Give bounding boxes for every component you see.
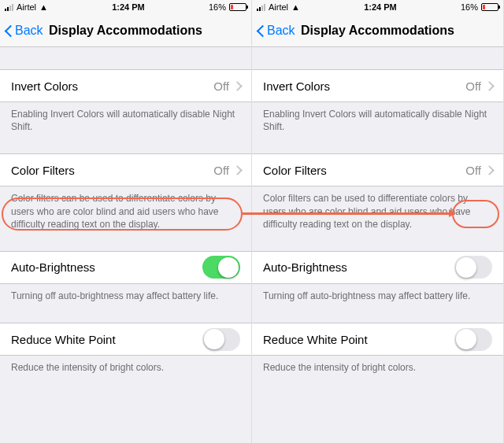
back-button[interactable]: Back: [257, 14, 295, 46]
status-bar: Airtel ▲ 1:24 PM 16%: [0, 0, 251, 14]
footer-rwp: Reduce the intensity of bright colors.: [252, 356, 503, 374]
chevron-right-icon: [234, 165, 240, 175]
row-label: Auto-Brightness: [263, 260, 454, 274]
row-invert-colors[interactable]: Invert Colors Off: [252, 69, 503, 102]
battery-percent: 16%: [209, 2, 226, 12]
chevron-right-icon: [486, 81, 492, 90]
row-auto-brightness[interactable]: Auto-Brightness: [252, 251, 503, 284]
row-label: Invert Colors: [11, 79, 213, 93]
chevron-left-icon: [5, 24, 13, 38]
back-label: Back: [267, 24, 295, 38]
battery-icon: [481, 3, 498, 11]
footer-rwp: Reduce the intensity of bright colors.: [0, 356, 251, 374]
row-label: Reduce White Point: [11, 333, 202, 346]
footer-auto: Turning off auto-brightness may affect b…: [252, 284, 503, 302]
footer-auto: Turning off auto-brightness may affect b…: [0, 284, 251, 302]
row-value: Off: [213, 79, 229, 93]
footer-invert: Enabling Invert Colors will automaticall…: [0, 102, 251, 133]
status-time: 1:24 PM: [364, 2, 397, 12]
row-color-filters[interactable]: Color Filters Off: [252, 153, 503, 186]
nav-bar: Back Display Accommodations: [0, 14, 251, 47]
screenshot-left: Airtel ▲ 1:24 PM 16% Back Display Accomm…: [0, 0, 252, 443]
row-auto-brightness[interactable]: Auto-Brightness: [0, 251, 251, 284]
carrier-label: Airtel: [269, 2, 288, 12]
status-time: 1:24 PM: [112, 2, 145, 12]
footer-filters: Color filters can be used to differentia…: [0, 186, 251, 231]
toggle-auto-brightness[interactable]: [454, 256, 492, 279]
screenshot-right: Airtel ▲ 1:24 PM 16% Back Display Accomm…: [252, 0, 504, 443]
back-label: Back: [15, 24, 43, 38]
wifi-icon: ▲: [291, 2, 300, 12]
chevron-right-icon: [234, 81, 240, 90]
row-reduce-white-point[interactable]: Reduce White Point: [0, 323, 251, 356]
row-value: Off: [213, 164, 229, 177]
nav-bar: Back Display Accommodations: [252, 14, 503, 47]
row-label: Auto-Brightness: [11, 260, 202, 274]
toggle-reduce-white-point[interactable]: [202, 328, 240, 351]
footer-invert: Enabling Invert Colors will automaticall…: [252, 102, 503, 133]
battery-icon: [229, 3, 246, 11]
row-color-filters[interactable]: Color Filters Off: [0, 153, 251, 186]
status-bar: Airtel ▲ 1:24 PM 16%: [252, 0, 503, 14]
carrier-label: Airtel: [17, 2, 36, 12]
row-label: Reduce White Point: [263, 333, 454, 346]
battery-percent: 16%: [461, 2, 478, 12]
row-label: Color Filters: [263, 164, 465, 177]
page-title: Display Accommodations: [301, 24, 454, 38]
row-label: Color Filters: [11, 164, 213, 177]
row-invert-colors[interactable]: Invert Colors Off: [0, 69, 251, 102]
toggle-reduce-white-point[interactable]: [454, 328, 492, 351]
wifi-icon: ▲: [39, 2, 48, 12]
footer-filters: Color filters can be used to differentia…: [252, 186, 503, 231]
chevron-right-icon: [486, 165, 492, 175]
chevron-left-icon: [257, 24, 265, 38]
row-value: Off: [465, 79, 481, 93]
toggle-auto-brightness[interactable]: [202, 256, 240, 279]
back-button[interactable]: Back: [5, 14, 43, 46]
row-label: Invert Colors: [263, 79, 465, 93]
row-reduce-white-point[interactable]: Reduce White Point: [252, 323, 503, 356]
signal-icon: [5, 4, 13, 11]
page-title: Display Accommodations: [49, 24, 202, 38]
signal-icon: [257, 4, 265, 11]
row-value: Off: [465, 164, 481, 177]
